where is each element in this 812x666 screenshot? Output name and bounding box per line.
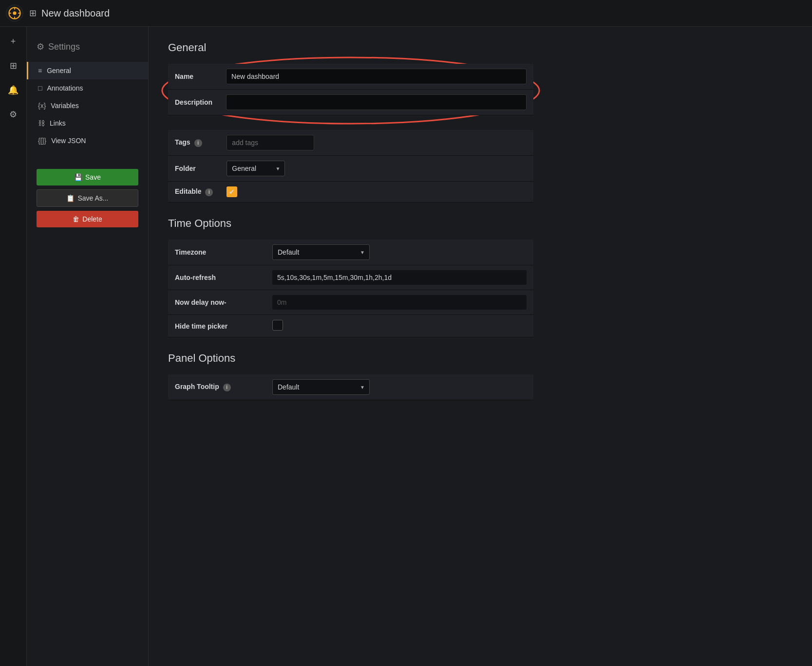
name-input[interactable] <box>226 69 527 84</box>
save-as-button[interactable]: 📋 Save As... <box>37 189 138 207</box>
save-icon: 💾 <box>74 173 82 181</box>
folder-select-wrapper: General Starred Custom <box>227 161 285 176</box>
dashboard-grid-icon: ⊞ <box>29 8 37 18</box>
timezone-select[interactable]: Default UTC Browser Time <box>272 244 370 260</box>
annotations-icon: □ <box>38 84 42 92</box>
editable-row: Editable i ✔ <box>168 182 533 203</box>
general-section-title: General <box>168 41 793 54</box>
time-options-title: Time Options <box>168 217 793 230</box>
gear-icon: ⚙ <box>37 41 44 52</box>
json-icon: {[]} <box>38 137 46 145</box>
links-icon: ⛓ <box>38 119 45 127</box>
page-title: New dashboard <box>41 8 110 19</box>
sidebar-actions: 💾 Save 📋 Save As... 🗑 Delete <box>27 159 148 237</box>
editable-label: Editable i <box>168 182 220 203</box>
timezone-label: Timezone <box>168 240 265 265</box>
tags-row: Tags i <box>168 130 533 156</box>
sidenav-alerts[interactable]: 🔔 <box>3 80 23 100</box>
name-row: Name <box>168 64 533 90</box>
general-form: Name Description <box>168 64 533 115</box>
settings-sidebar: ⚙ Settings ≡ General □ Annotations {x} V… <box>27 27 149 666</box>
now-delay-input[interactable] <box>272 295 527 310</box>
sidenav-add[interactable]: + <box>3 32 23 51</box>
panel-options-form: Graph Tooltip i Default Shared crosshair… <box>168 374 533 400</box>
folder-row: Folder General Starred Custom <box>168 156 533 182</box>
autorefresh-row: Auto-refresh <box>168 265 533 290</box>
autorefresh-input[interactable] <box>272 270 527 285</box>
graph-tooltip-select[interactable]: Default Shared crosshair Shared Tooltip <box>272 379 370 395</box>
now-delay-row: Now delay now- <box>168 290 533 315</box>
delete-button[interactable]: 🗑 Delete <box>37 211 138 227</box>
tags-input[interactable] <box>227 135 314 150</box>
sidebar-item-annotations[interactable]: □ Annotations <box>27 79 148 97</box>
tags-label: Tags i <box>168 130 220 156</box>
sidenav-config[interactable]: ⚙ <box>3 105 23 124</box>
graph-tooltip-select-wrapper: Default Shared crosshair Shared Tooltip <box>272 379 370 395</box>
description-input[interactable] <box>226 94 527 110</box>
now-delay-label: Now delay now- <box>168 290 265 315</box>
graph-tooltip-info-icon[interactable]: i <box>223 384 231 391</box>
hide-time-picker-checkbox[interactable] <box>272 320 283 331</box>
settings-content: General Name Description <box>149 27 812 666</box>
folder-select[interactable]: General Starred Custom <box>227 161 285 176</box>
description-row: Description <box>168 90 533 115</box>
tags-info-icon[interactable]: i <box>194 139 202 147</box>
hide-time-picker-row: Hide time picker <box>168 315 533 337</box>
save-as-icon: 📋 <box>66 194 75 202</box>
settings-title: ⚙ Settings <box>27 41 148 62</box>
save-button[interactable]: 💾 Save <box>37 169 138 185</box>
folder-label: Folder <box>168 156 220 182</box>
sidebar-item-general[interactable]: ≡ General <box>27 62 148 79</box>
page-content: ⚙ Settings ≡ General □ Annotations {x} V… <box>27 27 812 666</box>
sidebar-item-variables[interactable]: {x} Variables <box>27 97 148 114</box>
name-label: Name <box>168 64 219 90</box>
panel-options-title: Panel Options <box>168 352 793 365</box>
sidenav: + ⊞ 🔔 ⚙ <box>0 27 27 666</box>
sidebar-item-view-json[interactable]: {[]} View JSON <box>27 132 148 149</box>
autorefresh-label: Auto-refresh <box>168 265 265 290</box>
trash-icon: 🗑 <box>73 215 79 223</box>
timezone-select-wrapper: Default UTC Browser Time <box>272 244 370 260</box>
sidenav-dashboards[interactable]: ⊞ <box>3 56 23 75</box>
editable-info-icon[interactable]: i <box>205 188 213 196</box>
svg-point-2 <box>13 11 16 15</box>
sidebar-item-links[interactable]: ⛓ Links <box>27 114 148 132</box>
variables-icon: {x} <box>38 102 46 110</box>
general-form-2: Tags i Folder General Starred <box>168 130 533 203</box>
general-icon: ≡ <box>38 67 42 74</box>
time-options-form: Timezone Default UTC Browser Time Auto-r… <box>168 240 533 337</box>
editable-checkbox[interactable]: ✔ <box>227 186 237 197</box>
graph-tooltip-label: Graph Tooltip i <box>168 374 265 400</box>
hide-time-picker-label: Hide time picker <box>168 315 265 337</box>
graph-tooltip-row: Graph Tooltip i Default Shared crosshair… <box>168 374 533 400</box>
grafana-logo <box>6 4 23 22</box>
timezone-row: Timezone Default UTC Browser Time <box>168 240 533 265</box>
description-label: Description <box>168 90 219 115</box>
topbar: ⊞ New dashboard <box>0 0 812 27</box>
